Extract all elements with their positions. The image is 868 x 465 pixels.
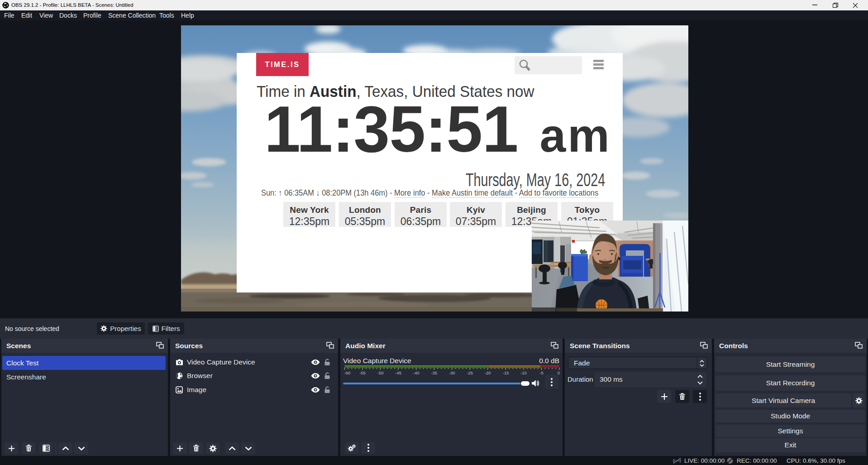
svg-text:-10: -10 xyxy=(520,370,527,375)
svg-text:-45: -45 xyxy=(395,370,401,375)
svg-text:-50: -50 xyxy=(377,370,384,375)
svg-text:0: 0 xyxy=(558,370,560,375)
svg-text:-35: -35 xyxy=(431,370,437,375)
svg-text:-5: -5 xyxy=(539,370,543,375)
svg-text:-30: -30 xyxy=(449,370,455,375)
svg-text:-55: -55 xyxy=(359,370,366,375)
svg-text:-25: -25 xyxy=(467,370,473,375)
svg-text:-20: -20 xyxy=(485,370,491,375)
svg-text:-60: -60 xyxy=(344,370,351,375)
svg-text:-15: -15 xyxy=(503,370,509,375)
svg-text:-40: -40 xyxy=(413,370,420,375)
